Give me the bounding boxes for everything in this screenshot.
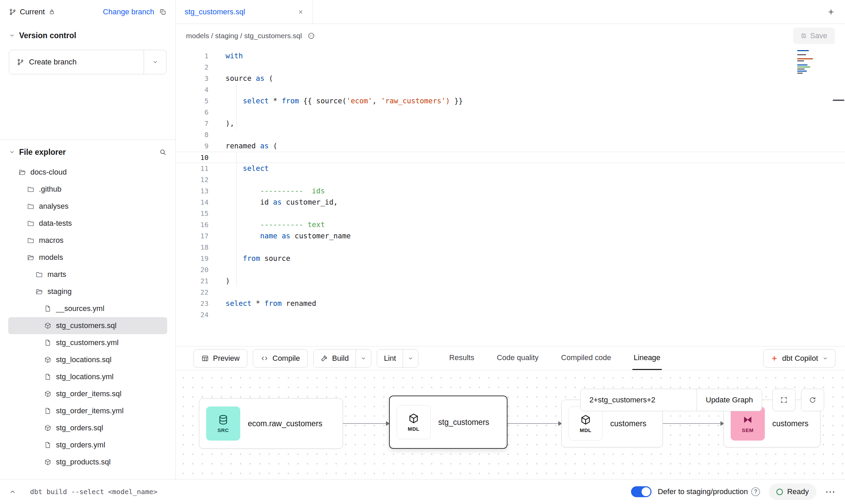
file-item-stg_customers.sql[interactable]: stg_customers.sql xyxy=(8,317,167,334)
file-item-models[interactable]: models xyxy=(8,249,167,266)
file-explorer-header[interactable]: File explorer xyxy=(0,143,175,161)
change-branch-link[interactable]: Change branch xyxy=(103,8,154,16)
lint-dropdown[interactable] xyxy=(403,350,418,367)
code-line-14[interactable]: 14 id as customer_id, xyxy=(176,197,845,208)
code-line-5[interactable]: 5 select * from {{ source('ecom', 'raw_c… xyxy=(176,95,845,107)
save-button[interactable]: Save xyxy=(793,28,835,44)
tab-stg-customers-sql[interactable]: stg_customers.sql xyxy=(176,0,313,24)
code-line-6[interactable]: 6 xyxy=(176,107,845,118)
tab-code-quality[interactable]: Code quality xyxy=(496,346,540,370)
line-content: select * from {{ source('ecom', 'raw_cus… xyxy=(226,95,463,107)
file-item-analyses[interactable]: analyses xyxy=(8,198,167,215)
tab-results[interactable]: Results xyxy=(448,346,475,370)
tab-lineage[interactable]: Lineage xyxy=(632,346,662,370)
refresh-button[interactable] xyxy=(801,389,824,411)
file-item-stg_products.sql[interactable]: stg_products.sql xyxy=(8,454,167,471)
line-number: 4 xyxy=(176,84,226,95)
chevron-down-icon xyxy=(9,149,15,155)
line-content: ) xyxy=(226,276,230,287)
code-line-4[interactable]: 4 xyxy=(176,84,845,95)
minimap[interactable] xyxy=(797,48,819,75)
line-number: 20 xyxy=(176,264,226,276)
close-icon[interactable] xyxy=(298,9,304,15)
code-line-17[interactable]: 17 name as customer_name xyxy=(176,231,845,242)
status-badge[interactable]: Ready xyxy=(769,484,816,500)
build-dropdown[interactable] xyxy=(356,350,371,367)
compile-button[interactable]: Compile xyxy=(253,349,308,368)
code-line-21[interactable]: 21) xyxy=(176,276,845,287)
file-item-staging[interactable]: staging xyxy=(8,283,167,300)
file-item-stg_locations.sql[interactable]: stg_locations.sql xyxy=(8,351,167,368)
file-item-stg_locations.yml[interactable]: stg_locations.yml xyxy=(8,368,167,385)
tab-compiled-code[interactable]: Compiled code xyxy=(560,346,613,370)
lineage-node-ecom.raw_customers[interactable]: SRCecom.raw_customers xyxy=(199,398,343,449)
file-item-label: stg_locations.yml xyxy=(56,372,114,381)
code-line-24[interactable]: 24 xyxy=(176,309,845,321)
code-line-15[interactable]: 15 xyxy=(176,208,845,219)
lint-button[interactable]: Lint xyxy=(377,350,403,367)
code-line-16[interactable]: 16 ---------- text xyxy=(176,219,845,231)
dbt-copilot-button[interactable]: dbt Copilot xyxy=(763,349,835,368)
code-icon xyxy=(261,355,268,362)
preview-button[interactable]: Preview xyxy=(194,349,247,368)
code-editor[interactable]: 1with23source as (45 select * from {{ so… xyxy=(176,48,845,346)
code-line-2[interactable]: 2 xyxy=(176,62,845,73)
code-line-22[interactable]: 22 xyxy=(176,287,845,298)
line-number: 22 xyxy=(176,287,226,298)
scrollbar-thumb[interactable] xyxy=(833,100,844,101)
search-icon[interactable] xyxy=(159,148,167,156)
chevron-up-icon[interactable] xyxy=(9,488,16,495)
line-number: 17 xyxy=(176,231,226,242)
refresh-icon xyxy=(809,396,816,404)
tab-bar: stg_customers.sql xyxy=(176,0,845,24)
lineage-controls: 2+stg_customers+2 Update Graph xyxy=(580,389,824,411)
code-line-19[interactable]: 19 from source xyxy=(176,253,845,264)
lineage-selector-input[interactable]: 2+stg_customers+2 xyxy=(581,389,697,411)
lineage-canvas: SRCecom.raw_customersMDLstg_customersMDL… xyxy=(176,370,845,479)
code-line-3[interactable]: 3source as ( xyxy=(176,73,845,84)
update-graph-button[interactable]: Update Graph xyxy=(697,389,762,411)
file-item-stg_customers.yml[interactable]: stg_customers.yml xyxy=(8,334,167,351)
create-branch-button[interactable]: Create branch xyxy=(9,50,144,74)
file-item-docs-cloud[interactable]: docs-cloud xyxy=(8,164,167,181)
overflow-menu-button[interactable]: ⋯ xyxy=(825,488,836,495)
current-branch-label: Current xyxy=(20,8,45,16)
code-line-12[interactable]: 12 xyxy=(176,174,845,186)
create-branch-dropdown[interactable] xyxy=(144,50,166,74)
git-branch-icon xyxy=(9,8,16,16)
command-hint: dbt build --select <model_name> xyxy=(30,488,157,496)
file-item-macros[interactable]: macros xyxy=(8,232,167,249)
code-line-8[interactable]: 8 xyxy=(176,129,845,140)
new-tab-button[interactable] xyxy=(827,8,835,16)
file-item-marts[interactable]: marts xyxy=(8,266,167,283)
cube-icon xyxy=(44,356,52,364)
file-item-data-tests[interactable]: data-tests xyxy=(8,215,167,232)
code-line-20[interactable]: 20 xyxy=(176,264,845,276)
defer-toggle[interactable] xyxy=(631,486,651,497)
line-number: 1 xyxy=(176,50,226,62)
fullscreen-button[interactable] xyxy=(772,389,796,411)
code-line-7[interactable]: 7), xyxy=(176,118,845,129)
help-icon[interactable]: ? xyxy=(751,487,760,496)
file-item-stg_order_items.yml[interactable]: stg_order_items.yml xyxy=(8,402,167,419)
code-line-9[interactable]: 9renamed as ( xyxy=(176,140,845,152)
source-badge: SRC xyxy=(206,406,240,441)
code-line-10[interactable]: 10 xyxy=(176,152,845,163)
code-line-23[interactable]: 23select * from renamed xyxy=(176,298,845,309)
file-item-stg_order_items.sql[interactable]: stg_order_items.sql xyxy=(8,385,167,402)
copy-icon[interactable] xyxy=(159,8,167,16)
model-badge: MDL xyxy=(397,405,431,439)
file-item-stg_orders.yml[interactable]: stg_orders.yml xyxy=(8,436,167,454)
code-line-1[interactable]: 1with xyxy=(176,50,845,62)
version-control-header[interactable]: Version control xyxy=(0,27,175,44)
file-item-stg_orders.sql[interactable]: stg_orders.sql xyxy=(8,419,167,436)
lineage-node-stg_customers[interactable]: MDLstg_customers xyxy=(389,396,507,449)
code-lines: 1with23source as (45 select * from {{ so… xyxy=(176,50,845,321)
file-item-.github[interactable]: .github xyxy=(8,181,167,198)
code-line-13[interactable]: 13 ---------- ids xyxy=(176,186,845,197)
code-line-18[interactable]: 18 xyxy=(176,242,845,253)
file-item-__sources.yml[interactable]: __sources.yml xyxy=(8,300,167,317)
badge-label: MDL xyxy=(408,426,419,432)
build-button[interactable]: Build xyxy=(314,350,356,367)
code-line-11[interactable]: 11 select xyxy=(176,163,845,174)
